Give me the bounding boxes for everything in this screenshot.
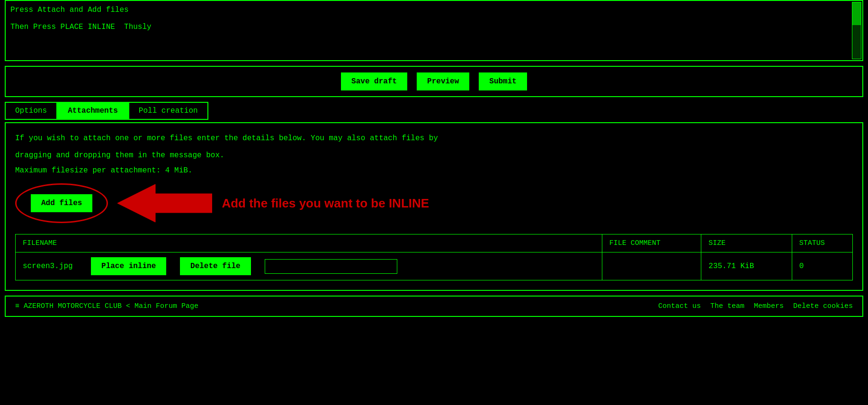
top-textarea-section: Press Attach and Add files Then Press PL… (5, 0, 863, 61)
attachments-content: If you wish to attach one or more files … (5, 122, 863, 291)
footer-section: ≡ AZEROTH MOTORCYCLE CLUB < Main Forum P… (5, 296, 863, 317)
message-textarea[interactable]: Press Attach and Add files Then Press PL… (6, 1, 862, 58)
col-filename: FILENAME (16, 234, 602, 252)
add-files-circle-highlight: Add files (15, 183, 108, 223)
footer-link-members[interactable]: Members (754, 302, 784, 310)
delete-file-button[interactable]: Delete file (180, 257, 251, 275)
inline-annotation-text: Add the files you want to be INLINE (222, 196, 429, 211)
footer-left-text: ≡ AZEROTH MOTORCYCLE CLUB < Main Forum P… (15, 302, 198, 310)
preview-button[interactable]: Preview (417, 72, 469, 90)
scrollbar[interactable] (852, 2, 861, 59)
filename-text: screen3.jpg (23, 262, 73, 270)
col-file-comment: FILE COMMENT (602, 234, 701, 252)
footer-link-team[interactable]: The team (710, 302, 744, 310)
red-arrow-icon (117, 182, 212, 225)
arrow-annotation: Add the files you want to be INLINE (117, 182, 429, 225)
file-comment-cell (602, 252, 701, 280)
place-inline-button[interactable]: Place inline (91, 257, 166, 275)
description-line1: If you wish to attach one or more files … (15, 133, 853, 145)
footer-link-contact[interactable]: Contact us (658, 302, 701, 310)
file-name-cell: screen3.jpg Place inline Delete file (16, 252, 602, 280)
files-table: FILENAME FILE COMMENT SIZE STATUS screen… (15, 234, 853, 280)
description-line2: dragging and dropping them in the messag… (15, 150, 853, 162)
add-files-row: Add files Add the files you want to be I… (15, 182, 853, 225)
file-status-cell: 0 (792, 252, 852, 280)
scrollbar-thumb (852, 2, 861, 25)
submit-button[interactable]: Submit (479, 72, 527, 90)
tabs-section: Options Attachments Poll creation (5, 102, 863, 120)
svg-marker-0 (117, 184, 212, 222)
tab-poll-creation[interactable]: Poll creation (128, 102, 208, 120)
add-files-container: Add files (15, 183, 108, 223)
footer-link-delete-cookies[interactable]: Delete cookies (793, 302, 853, 310)
table-row: screen3.jpg Place inline Delete file 235… (16, 252, 853, 280)
toolbar-section: Save draft Preview Submit (5, 66, 863, 97)
add-files-button[interactable]: Add files (31, 194, 92, 212)
col-status: STATUS (792, 234, 852, 252)
save-draft-button[interactable]: Save draft (341, 72, 407, 90)
tab-attachments[interactable]: Attachments (57, 102, 128, 120)
footer-links: Contact us The team Members Delete cooki… (658, 302, 853, 310)
max-filesize-text: Maximum filesize per attachment: 4 MiB. (15, 166, 853, 175)
file-comment-input[interactable] (265, 259, 397, 274)
col-size: SIZE (701, 234, 792, 252)
tab-options[interactable]: Options (5, 102, 57, 120)
file-size-cell: 235.71 KiB (701, 252, 792, 280)
